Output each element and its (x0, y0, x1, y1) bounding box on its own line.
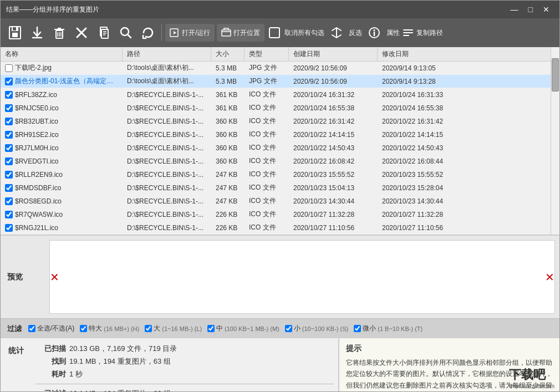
filter-checkbox-3[interactable] (207, 325, 215, 332)
table-cell-created: 2020/10/22 16:08:42 (289, 155, 378, 167)
search-icon[interactable] (116, 23, 136, 43)
filter-item-4: 小 (10~100 KB-) (S) (285, 324, 348, 333)
row-checkbox[interactable] (5, 64, 13, 72)
row-checkbox[interactable] (5, 211, 13, 218)
close-button[interactable]: ✕ (538, 4, 554, 14)
table-row[interactable]: $R7QWA5W.icoD:\$RECYCLE.BIN\S-1-...226 K… (1, 208, 551, 221)
row-checkbox[interactable] (5, 131, 13, 139)
filter-checkbox-5[interactable] (354, 325, 361, 332)
row-checkbox[interactable] (5, 184, 13, 192)
table-cell-size: 360 KB (211, 155, 245, 167)
table-row[interactable]: $RLLR2EN9.icoD:\$RECYCLE.BIN\S-1-...247 … (1, 168, 551, 181)
tips-text: 它将结果按文件大小倒序排列并用不同颜色显示相邻部分组，以便帮助您定位较大的不需要… (346, 357, 553, 391)
table-row[interactable]: $RJ7LM0H.icoD:\$RECYCLE.BIN\S-1-...360 K… (1, 141, 551, 155)
table-cell-type: JPG 文件 (245, 62, 289, 74)
stats-row-2: 耗时1 秒 (35, 369, 334, 379)
table-row[interactable]: $RFL38ZZ.icoD:\$RECYCLE.BIN\S-1-...361 K… (1, 88, 551, 101)
table-cell-type: ICO 文件 (245, 181, 289, 194)
table-cell-created: 2020/10/24 16:55:38 (289, 101, 378, 114)
table-cell-type: ICO 文件 (245, 128, 289, 141)
row-name: $RJ7LM0H.ico (15, 144, 59, 152)
info-icon[interactable] (364, 23, 384, 43)
header-path[interactable]: 路径 (123, 47, 211, 61)
row-checkbox[interactable] (5, 224, 13, 232)
table-row[interactable]: $RB32UBT.icoD:\$RECYCLE.BIN\S-1-...360 K… (1, 115, 551, 128)
preview-area: 预览 ✕ ✕ (1, 235, 559, 318)
table-cell-modified: 2020/10/22 16:08:44 (378, 155, 461, 167)
row-checkbox[interactable] (5, 171, 13, 179)
maximize-button[interactable]: □ (524, 4, 537, 14)
table-cell-type: ICO 文件 (245, 195, 289, 207)
row-checkbox[interactable] (5, 78, 13, 85)
header-type[interactable]: 类型 (245, 47, 289, 61)
table-cell-type: ICO 文件 (245, 115, 289, 128)
svg-rect-7 (58, 28, 61, 29)
properties-label[interactable]: 属性 (386, 28, 400, 38)
open-run-button[interactable]: 打开/运行 (165, 24, 215, 42)
filter-item-1: 特大 (16 MB+) (H) (80, 324, 139, 333)
header-created[interactable]: 创建日期 (289, 47, 378, 61)
filter-text-4: 小 (294, 324, 301, 333)
table-row[interactable]: $ROS8EGD.icoD:\$RECYCLE.BIN\S-1-...247 K… (1, 195, 551, 208)
stats-outer: 统计 已扫描20.13 GB，7,169 文件，719 目录找到19.1 MB，… (1, 338, 559, 391)
copy-path-label[interactable]: 复制路径 (416, 28, 443, 38)
stats-row-1: 找到19.1 MB，194 重复图片，63 组 (35, 357, 334, 366)
table-cell-type: ICO 文件 (245, 221, 289, 234)
svg-point-26 (374, 29, 375, 31)
filter-checkbox-4[interactable] (285, 325, 292, 332)
delete-icon[interactable] (49, 23, 69, 43)
filter-size-5: (1 B~10 KB-) (T) (378, 325, 422, 332)
filter-size-1: (16 MB+) (H) (104, 325, 139, 332)
scrollbar[interactable] (551, 47, 559, 235)
table-row[interactable]: 颜色分类图-01-浅蓝色（高端定制...D:\tools\桌面\素材\初...5… (1, 75, 551, 88)
header-size[interactable]: 大小 (211, 47, 245, 61)
table-cell-name: 下载吧-2.jpg (1, 62, 123, 74)
filter-item-0: 全选/不选(A) (28, 324, 74, 333)
cancel-all-icon[interactable] (267, 23, 282, 43)
table-cell-created: 2020/10/22 14:50:43 (289, 141, 378, 154)
reverse-icon[interactable] (327, 23, 347, 43)
row-checkbox[interactable] (5, 157, 13, 165)
row-checkbox[interactable] (5, 104, 13, 112)
row-name: $RNGJ21L.ico (15, 224, 58, 232)
table-cell-modified: 2020/9/14 9:13:28 (378, 75, 461, 88)
x-icon[interactable] (72, 23, 91, 43)
stats-value-1: 19.1 MB，194 重复图片，63 组 (69, 357, 171, 366)
minimize-button[interactable]: — (506, 4, 523, 14)
table-row[interactable]: $RH91SE2.icoD:\$RECYCLE.BIN\S-1-...360 K… (1, 128, 551, 141)
cancel-all-label[interactable]: 取消所有勾选 (284, 28, 324, 38)
copy-doc-icon[interactable] (94, 23, 114, 43)
table-cell-type: ICO 文件 (245, 168, 289, 181)
table-cell-type: JPG 文件 (245, 75, 289, 88)
table-cell-path: D:\tools\桌面\素材\初... (123, 75, 211, 88)
stats-filtered-row-0: 已过滤19.1 MB，194 重复图片，63 组 (35, 389, 334, 391)
filter-checkbox-2[interactable] (145, 325, 152, 332)
scrollbar-thumb[interactable] (552, 58, 559, 91)
row-checkbox[interactable] (5, 91, 13, 99)
table-cell-type: ICO 文件 (245, 208, 289, 221)
table-cell-size: 247 KB (211, 195, 245, 207)
header-modified[interactable]: 修改日期 (378, 47, 461, 61)
table-row[interactable]: 下载吧-2.jpgD:\tools\桌面\素材\初...5.3 MBJPG 文件… (1, 62, 551, 75)
save-icon[interactable] (5, 23, 25, 43)
open-location-button[interactable]: 打开位置 (217, 24, 264, 42)
copy-path-icon[interactable] (402, 23, 414, 43)
row-name: 颜色分类图-01-浅蓝色（高端定制... (15, 77, 118, 86)
row-checkbox[interactable] (5, 118, 13, 125)
refresh-icon[interactable] (138, 23, 158, 43)
row-name: $ROS8EGD.ico (15, 197, 62, 205)
table-cell-modified: 2020/9/14 9:13:05 (378, 62, 461, 74)
table-row[interactable]: $RNJC5E0.icoD:\$RECYCLE.BIN\S-1-...361 K… (1, 101, 551, 115)
filter-checkbox-1[interactable] (80, 325, 87, 332)
table-row[interactable]: $RVEDGTI.icoD:\$RECYCLE.BIN\S-1-...360 K… (1, 155, 551, 168)
file-list: 名称 路径 大小 类型 创建日期 修改日期 下载 (1, 47, 551, 235)
table-row[interactable]: $RNGJ21L.icoD:\$RECYCLE.BIN\S-1-...226 K… (1, 221, 551, 235)
reverse-label[interactable]: 反选 (349, 28, 362, 38)
table-cell-created: 2020/10/23 15:04:13 (289, 181, 378, 194)
download-icon[interactable] (27, 23, 47, 43)
table-row[interactable]: $RMDSDBF.icoD:\$RECYCLE.BIN\S-1-...247 K… (1, 181, 551, 195)
row-checkbox[interactable] (5, 144, 13, 152)
filter-checkbox-0[interactable] (28, 325, 35, 332)
row-checkbox[interactable] (5, 197, 13, 205)
header-name[interactable]: 名称 (1, 47, 123, 61)
